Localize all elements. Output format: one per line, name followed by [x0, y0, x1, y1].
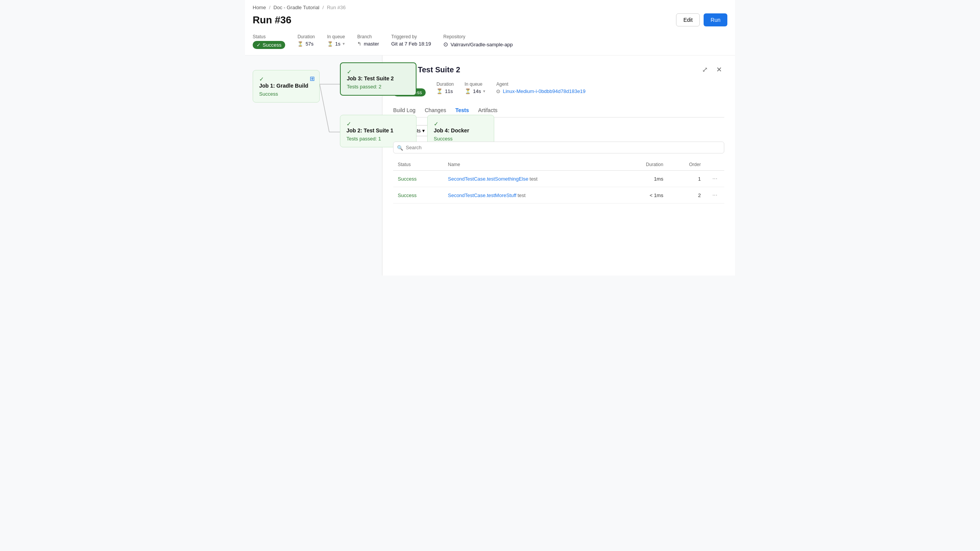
col-header-status: Status	[393, 159, 443, 171]
detail-window-actions: ⤢ ✕	[700, 65, 724, 75]
queue-label: In queue	[327, 34, 345, 39]
run-button[interactable]: Run	[704, 13, 727, 26]
col-header-actions	[706, 159, 724, 171]
check-icon: ✓	[256, 42, 261, 48]
breadcrumb-current: Run #36	[327, 5, 346, 10]
status-badge: ✓ Success	[253, 41, 285, 49]
detail-header: Job 3: Test Suite 2 ⤢ ✕	[393, 65, 724, 75]
meta-triggered: Triggered by Git at 7 Feb 18:19	[391, 34, 431, 47]
job1-status: Success	[259, 91, 313, 97]
test-status: Success	[398, 192, 416, 198]
breadcrumb-home[interactable]: Home	[253, 5, 266, 10]
detail-meta: Status ✓ Success Duration ⏳ 11s	[393, 82, 724, 96]
triggered-label: Triggered by	[391, 34, 431, 39]
test-more-button[interactable]: ···	[710, 174, 720, 183]
test-status-cell: Success	[393, 171, 443, 187]
col-header-name: Name	[443, 159, 621, 171]
branch-icon: ↰	[357, 41, 361, 47]
pipeline-panel: ✓ ⊞ Job 1: Gradle Build Success ✓ Job 3:…	[245, 55, 382, 276]
test-duration-cell: 1ms	[621, 171, 668, 187]
breadcrumb-project[interactable]: Doc - Gradle Tutorial	[273, 5, 319, 10]
job2-status: Tests passed: 1	[346, 136, 410, 142]
hourglass-icon: ⏳	[297, 41, 303, 47]
close-button[interactable]: ✕	[714, 65, 724, 75]
search-box: 🔍	[393, 142, 724, 153]
table-row: Success SecondTestCase.testMoreStufftest…	[393, 187, 724, 204]
meta-duration: Duration ⏳ 57s	[297, 34, 315, 47]
page-header: Run #36 Edit Run	[245, 12, 735, 31]
branch-label: Branch	[357, 34, 379, 39]
edit-button[interactable]: Edit	[676, 13, 700, 26]
meta-status: Status ✓ Success	[253, 34, 285, 49]
job-node-3[interactable]: ✓ Job 3: Test Suite 2 Tests passed: 2	[340, 62, 416, 96]
chevron-down-icon: ▾	[422, 128, 425, 134]
job4-check-icon: ✓	[434, 121, 439, 127]
test-actions-cell: ···	[706, 171, 724, 187]
header-actions: Edit Run	[676, 13, 727, 26]
test-name-cell: SecondTestCase.testSomethingElsetest	[443, 171, 621, 187]
job1-layers-icon: ⊞	[310, 75, 315, 82]
detail-queue-icon: ⏳	[465, 88, 471, 94]
agent-icon: ⊙	[496, 88, 500, 94]
meta-queue: In queue ⏳ 1s ▾	[327, 34, 345, 47]
detail-queue: In queue ⏳ 14s ▾	[465, 82, 486, 96]
github-icon: ⊙	[443, 41, 448, 48]
col-header-order: Order	[668, 159, 706, 171]
test-status: Success	[398, 176, 416, 182]
job1-title: Job 1: Gradle Build	[259, 83, 313, 89]
search-input[interactable]	[393, 142, 724, 153]
meta-branch: Branch ↰ master	[357, 34, 379, 47]
main-content: ✓ ⊞ Job 1: Gradle Build Success ✓ Job 3:…	[245, 55, 735, 276]
status-label: Status	[253, 34, 285, 39]
svg-line-1	[320, 84, 329, 132]
repo-value: Valrravn/Gradle-sample-app	[451, 42, 513, 47]
job3-status: Tests passed: 2	[347, 84, 410, 90]
expand-button[interactable]: ⤢	[700, 65, 710, 75]
tests-table: Status Name Duration Order Success Secon…	[393, 159, 724, 204]
test-duration-cell: < 1ms	[621, 187, 668, 204]
meta-bar: Status ✓ Success Duration ⏳ 57s In queue…	[245, 31, 735, 55]
hourglass-queue-icon: ⏳	[327, 41, 333, 47]
triggered-value: Git at 7 Feb 18:19	[391, 41, 431, 47]
test-actions-cell: ···	[706, 187, 724, 204]
breadcrumb: Home / Doc - Gradle Tutorial / Run #36	[245, 0, 735, 12]
test-status-cell: Success	[393, 187, 443, 204]
test-class-link[interactable]: SecondTestCase	[448, 192, 485, 198]
queue-value: 1s	[335, 41, 341, 47]
detail-hourglass-icon: ⏳	[436, 88, 443, 94]
test-class-link[interactable]: SecondTestCase	[448, 176, 485, 182]
job2-check-icon: ✓	[346, 121, 351, 127]
test-name-cell: SecondTestCase.testMoreStufftest	[443, 187, 621, 204]
job4-status: Success	[434, 136, 488, 142]
job-node-1[interactable]: ✓ ⊞ Job 1: Gradle Build Success	[253, 70, 320, 103]
job1-check-icon: ✓	[259, 76, 264, 82]
test-order-cell: 1	[668, 171, 706, 187]
test-more-button[interactable]: ···	[710, 191, 720, 199]
page-title: Run #36	[253, 14, 291, 26]
duration-value: 57s	[305, 41, 314, 47]
col-header-duration: Duration	[621, 159, 668, 171]
detail-duration: Duration ⏳ 11s	[436, 82, 454, 96]
table-row: Success SecondTestCase.testSomethingElse…	[393, 171, 724, 187]
job3-title: Job 3: Test Suite 2	[347, 75, 410, 82]
repo-label: Repository	[443, 34, 513, 39]
duration-label: Duration	[297, 34, 315, 39]
test-order-cell: 2	[668, 187, 706, 204]
meta-repo: Repository ⊙ Valrravn/Gradle-sample-app	[443, 34, 513, 48]
search-icon: 🔍	[397, 145, 403, 150]
detail-agent: Agent ⊙ Linux-Medium-i-0bdbb94d78d183e19	[496, 82, 585, 96]
job4-title: Job 4: Docker	[434, 127, 488, 134]
detail-panel: Job 3: Test Suite 2 ⤢ ✕ Status ✓ Success	[382, 55, 735, 276]
agent-link[interactable]: Linux-Medium-i-0bdbb94d78d183e19	[503, 88, 585, 94]
branch-value: master	[364, 41, 379, 47]
job2-title: Job 2: Test Suite 1	[346, 127, 410, 134]
job3-check-icon: ✓	[347, 68, 352, 75]
